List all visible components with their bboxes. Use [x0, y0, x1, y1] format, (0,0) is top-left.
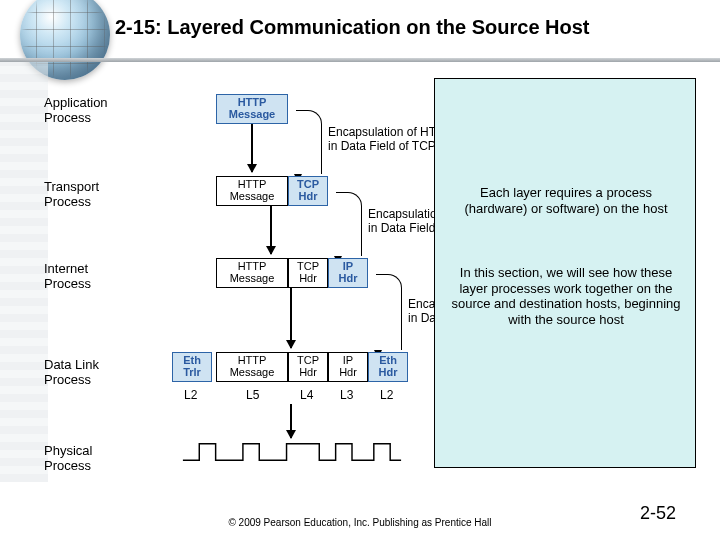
arrow-internet-to-datalink: [290, 288, 292, 348]
callout-paragraph-1: Each layer requires a process (hardware)…: [447, 185, 685, 216]
arrow-app-to-transport: [251, 124, 253, 172]
box-tcp-hdr-ip: TCPHdr: [288, 258, 328, 288]
physical-signal-waveform: [172, 442, 412, 462]
layer-tag-l2a: L2: [184, 388, 197, 402]
callout-box: Each layer requires a process (hardware)…: [434, 78, 696, 468]
label-physical-process: PhysicalProcess: [44, 444, 144, 474]
label-datalink-process: Data LinkProcess: [44, 358, 144, 388]
layer-tag-l2b: L2: [380, 388, 393, 402]
box-http-message-ip: HTTPMessage: [216, 258, 288, 288]
box-http-message-tcp: HTTPMessage: [216, 176, 288, 206]
curve-tcp-to-ip: [336, 192, 362, 256]
callout-paragraph-2: In this section, we will see how these l…: [447, 265, 685, 327]
curve-ip-to-eth: [376, 274, 402, 350]
layer-tag-l4: L4: [300, 388, 313, 402]
box-ip-hdr-eth: IPHdr: [328, 352, 368, 382]
arrow-transport-to-internet: [270, 206, 272, 254]
layer-tag-l3: L3: [340, 388, 353, 402]
box-tcp-hdr: TCPHdr: [288, 176, 328, 206]
box-http-message-app: HTTPMessage: [216, 94, 288, 124]
box-tcp-hdr-eth: TCPHdr: [288, 352, 328, 382]
box-eth-trlr: EthTrlr: [172, 352, 212, 382]
box-eth-hdr: EthHdr: [368, 352, 408, 382]
slide-title: 2-15: Layered Communication on the Sourc…: [115, 16, 590, 39]
label-internet-process: InternetProcess: [44, 262, 144, 292]
box-http-message-eth: HTTPMessage: [216, 352, 288, 382]
label-transport-process: TransportProcess: [44, 180, 144, 210]
sidebar-texture: [0, 62, 48, 482]
header-rule: [0, 58, 720, 62]
box-ip-hdr: IPHdr: [328, 258, 368, 288]
arrow-datalink-to-physical: [290, 404, 292, 438]
label-application-process: ApplicationProcess: [44, 96, 144, 126]
copyright-line: © 2009 Pearson Education, Inc. Publishin…: [0, 517, 720, 528]
curve-http-to-tcp: [296, 110, 322, 174]
layer-tag-l5: L5: [246, 388, 259, 402]
